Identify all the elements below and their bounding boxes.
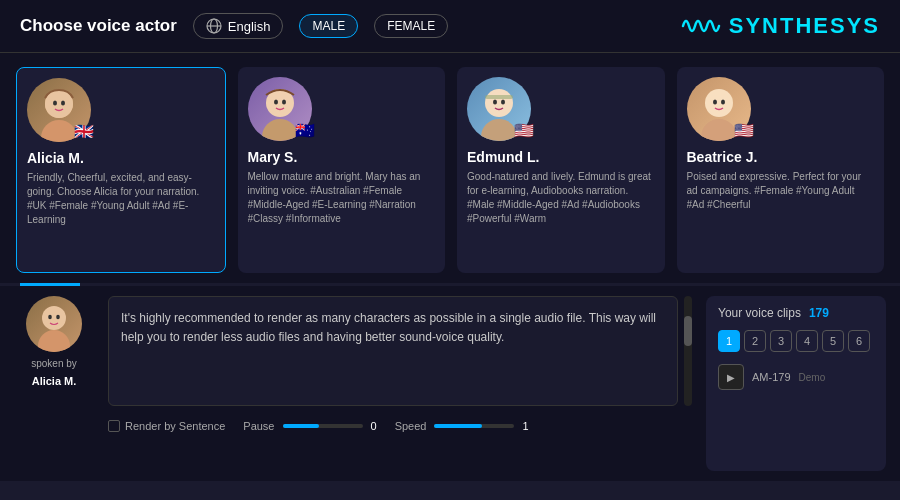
controls-row: Render by Sentence Pause 0 Speed 1 [108, 416, 692, 436]
svg-point-13 [481, 119, 517, 141]
render-label: Render by Sentence [125, 420, 225, 432]
svg-point-10 [274, 100, 278, 105]
textarea-row: It's highly recommended to render as man… [108, 296, 692, 406]
avatar-wrap-alicia: 🇬🇧 [27, 78, 91, 142]
waveform-icon [681, 11, 721, 41]
logo-area: SYNTHESYS [681, 11, 880, 41]
svg-point-22 [38, 330, 70, 352]
pause-value: 0 [371, 420, 377, 432]
page-btn-6[interactable]: 6 [848, 330, 870, 352]
svg-point-14 [493, 100, 497, 105]
voice-text-box[interactable]: It's highly recommended to render as man… [108, 296, 678, 406]
page-btn-5[interactable]: 5 [822, 330, 844, 352]
clips-header: Your voice clips 179 [718, 306, 874, 320]
female-filter-button[interactable]: FEMALE [374, 14, 448, 38]
checkbox-render[interactable] [108, 420, 120, 432]
svg-point-7 [61, 101, 65, 106]
actor-name-alicia: Alicia M. [27, 150, 215, 166]
flag-beatrice: 🇺🇸 [733, 123, 755, 139]
header: Choose voice actor English MALE FEMALE S… [0, 0, 900, 53]
selected-actor-panel: spoken by Alicia M. [14, 296, 94, 471]
actor-card-edmund[interactable]: 🇺🇸 Edmund L. Good-natured and lively. Ed… [457, 67, 665, 273]
clips-title: Your voice clips [718, 306, 801, 320]
svg-point-12 [485, 89, 513, 117]
svg-point-9 [262, 119, 298, 141]
speed-control: Speed 1 [395, 420, 529, 432]
flag-mary: 🇦🇺 [294, 123, 316, 139]
svg-point-17 [705, 89, 733, 117]
avatar-wrap-beatrice: 🇺🇸 [687, 77, 751, 141]
play-button[interactable]: ▶ [718, 364, 744, 390]
flag-alicia: 🇬🇧 [73, 124, 95, 140]
scrollbar-thumb [684, 316, 692, 346]
language-button[interactable]: English [193, 13, 284, 39]
avatar-wrap-edmund: 🇺🇸 [467, 77, 531, 141]
voice-clips-panel: Your voice clips 179 1 2 3 4 5 6 ▶ AM-17… [706, 296, 886, 471]
bottom-section: spoken by Alicia M. It's highly recommen… [0, 286, 900, 481]
svg-rect-16 [485, 95, 513, 99]
svg-point-23 [48, 315, 52, 319]
page-btn-2[interactable]: 2 [744, 330, 766, 352]
actor-desc-beatrice: Poised and expressive. Perfect for your … [687, 170, 875, 212]
svg-point-4 [41, 120, 77, 142]
clip-player: ▶ AM-179 Demo [718, 364, 874, 390]
page-btn-3[interactable]: 3 [770, 330, 792, 352]
speed-fill [434, 424, 482, 428]
clip-name: AM-179 [752, 371, 791, 383]
pause-fill [283, 424, 319, 428]
pause-slider[interactable] [283, 424, 363, 428]
actor-desc-alicia: Friendly, Cheerful, excited, and easy-go… [27, 171, 215, 227]
scrollbar-track[interactable] [684, 296, 692, 406]
selected-face-svg [26, 296, 82, 352]
actor-card-beatrice[interactable]: 🇺🇸 Beatrice J. Poised and expressive. Pe… [677, 67, 885, 273]
clip-tag: Demo [799, 372, 826, 383]
page-btn-1[interactable]: 1 [718, 330, 740, 352]
speed-slider[interactable] [434, 424, 514, 428]
globe-icon [206, 18, 222, 34]
actor-card-mary[interactable]: 🇦🇺 Mary S. Mellow mature and bright. Mar… [238, 67, 446, 273]
page-btn-4[interactable]: 4 [796, 330, 818, 352]
svg-point-24 [56, 315, 60, 319]
actor-name-edmund: Edmund L. [467, 149, 655, 165]
svg-point-21 [42, 306, 66, 330]
svg-point-18 [701, 119, 737, 141]
logo-text: SYNTHESYS [729, 13, 880, 39]
render-by-sentence-checkbox[interactable]: Render by Sentence [108, 420, 225, 432]
svg-point-20 [721, 100, 725, 105]
svg-point-15 [501, 100, 505, 105]
text-input-area: It's highly recommended to render as man… [108, 296, 692, 471]
page-title: Choose voice actor [20, 16, 177, 36]
speed-label: Speed [395, 420, 427, 432]
voice-actors-grid: 🇬🇧 Alicia M. Friendly, Cheerful, excited… [0, 53, 900, 283]
svg-point-19 [713, 100, 717, 105]
male-filter-button[interactable]: MALE [299, 14, 358, 38]
spoken-by-name: Alicia M. [32, 375, 77, 387]
avatar-wrap-mary: 🇦🇺 [248, 77, 312, 141]
flag-edmund: 🇺🇸 [513, 123, 535, 139]
spoken-by-label: spoken by [31, 358, 77, 369]
actor-desc-edmund: Good-natured and lively. Edmund is great… [467, 170, 655, 226]
selected-avatar [26, 296, 82, 352]
clips-count: 179 [809, 306, 829, 320]
actor-card-alicia[interactable]: 🇬🇧 Alicia M. Friendly, Cheerful, excited… [16, 67, 226, 273]
clips-pages: 1 2 3 4 5 6 [718, 330, 874, 352]
svg-point-6 [53, 101, 57, 106]
actor-name-mary: Mary S. [248, 149, 436, 165]
speed-value: 1 [522, 420, 528, 432]
actor-name-beatrice: Beatrice J. [687, 149, 875, 165]
actor-desc-mary: Mellow mature and bright. Mary has an in… [248, 170, 436, 226]
svg-point-5 [45, 90, 73, 118]
pause-control: Pause 0 [243, 420, 376, 432]
pause-label: Pause [243, 420, 274, 432]
svg-point-11 [282, 100, 286, 105]
language-label: English [228, 19, 271, 34]
